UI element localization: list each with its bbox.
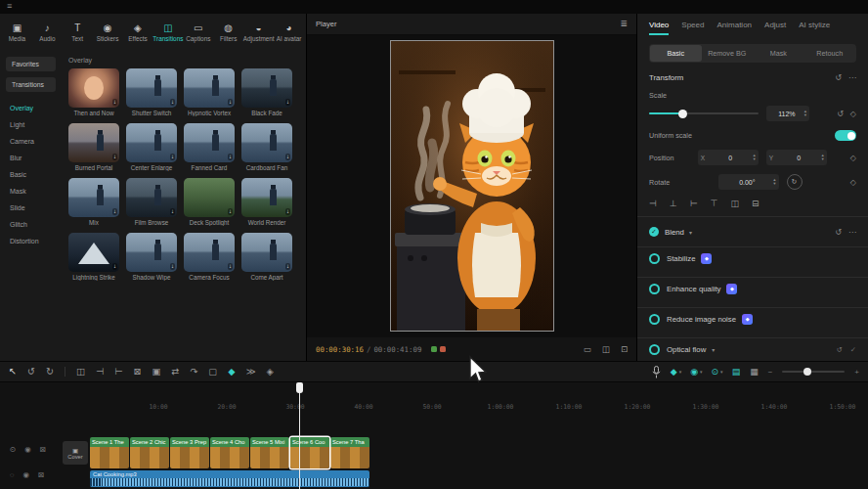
- tab-ai-stylize[interactable]: AI stylize: [799, 21, 830, 33]
- transition-item-mix[interactable]: ↓Mix: [68, 178, 119, 226]
- audio-hide-toggle-icon[interactable]: ◉: [22, 470, 29, 479]
- category-distortion[interactable]: Distortion: [0, 233, 61, 249]
- clip-scene-2-chic[interactable]: Scene 2 Chic: [130, 437, 169, 468]
- clip-scene-1-the[interactable]: Scene 1 The: [90, 437, 129, 468]
- tab-animation[interactable]: Animation: [716, 21, 752, 33]
- transitions-group-button[interactable]: Transitions: [6, 77, 56, 92]
- subtab-basic[interactable]: Basic: [650, 45, 702, 62]
- scale-keyframe-icon[interactable]: ◇: [850, 110, 856, 118]
- zoom-knob[interactable]: [803, 368, 811, 376]
- transform-more-icon[interactable]: ⋯: [848, 73, 856, 82]
- align-center-v-icon[interactable]: ◫: [730, 199, 739, 208]
- rotate-stepper[interactable]: 0.00° ▴ ▾: [718, 174, 779, 190]
- category-slide[interactable]: Slide: [0, 200, 61, 216]
- transition-item-fanned-card[interactable]: ↓Fanned Card: [184, 123, 235, 171]
- align-bottom-icon[interactable]: ⊟: [752, 199, 760, 208]
- favorites-button[interactable]: Favorites: [6, 57, 56, 71]
- category-overlay[interactable]: Overlay: [0, 100, 61, 116]
- transition-item-cardboard-fan[interactable]: ↓Cardboard Fan: [241, 123, 292, 171]
- auto-snap-toggle[interactable]: ◉▾: [690, 367, 702, 377]
- reset-transform-icon[interactable]: ↺: [835, 73, 842, 82]
- rotate-icon[interactable]: ↷: [190, 367, 197, 377]
- blend-more-icon[interactable]: ⋯: [848, 228, 856, 237]
- category-light[interactable]: Light: [0, 116, 61, 133]
- playhead-handle[interactable]: [296, 382, 303, 393]
- subtab-retouch[interactable]: Retouch: [804, 45, 856, 62]
- zoom-out-icon[interactable]: −: [768, 368, 773, 377]
- transition-item-lightning-strike[interactable]: ↓Lightning Strike: [68, 233, 119, 281]
- toolbar-tab-captions[interactable]: ▭Captions: [183, 16, 213, 49]
- feature-enhance-quality[interactable]: Enhance quality◆: [649, 279, 856, 299]
- crop-icon[interactable]: ▢: [208, 367, 217, 377]
- uniform-scale-toggle[interactable]: [835, 130, 856, 141]
- position-x-stepper[interactable]: X 0 ▴ ▾: [698, 150, 759, 165]
- transition-item-shadow-wipe[interactable]: ↓Shadow Wipe: [126, 233, 177, 281]
- clip-scene-4-cho[interactable]: Scene 4 Cho: [210, 437, 249, 468]
- delete-icon[interactable]: ⊠: [133, 367, 141, 377]
- position-y-stepper[interactable]: Y 0 ▴ ▾: [766, 150, 827, 165]
- fullscreen-icon[interactable]: ⊡: [621, 344, 628, 354]
- transition-item-camera-focus[interactable]: ↓Camera Focus: [184, 233, 235, 281]
- scale-stepper[interactable]: ▴ ▾: [804, 110, 806, 117]
- split-screen-icon[interactable]: ◫: [602, 344, 610, 354]
- category-glitch[interactable]: Glitch: [0, 216, 61, 233]
- scale-step-down-icon[interactable]: ▾: [804, 113, 806, 117]
- main-track-magnet-toggle[interactable]: ◆▾: [671, 367, 681, 377]
- undo-icon[interactable]: ↺: [27, 367, 35, 377]
- subtab-mask[interactable]: Mask: [753, 45, 804, 62]
- toolbar-tab-ai-avatar[interactable]: ◕AI avatar: [274, 16, 304, 49]
- transition-item-then-and-now[interactable]: ↓Then and Now: [68, 68, 119, 116]
- select-tool-icon[interactable]: ↖: [9, 367, 17, 377]
- audio-lock-toggle-icon[interactable]: ⊠: [38, 470, 44, 479]
- transition-item-come-apart[interactable]: ↓Come Apart: [241, 233, 292, 281]
- transition-item-burned-portal[interactable]: ↓Burned Portal: [68, 123, 119, 171]
- scale-slider[interactable]: [649, 112, 759, 114]
- mirror-icon[interactable]: ⇄: [171, 367, 179, 377]
- align-right-icon[interactable]: ⊢: [690, 199, 698, 208]
- reset-blend-icon[interactable]: ↺: [835, 228, 842, 237]
- align-left-icon[interactable]: ⊣: [649, 199, 657, 208]
- clip-scene-7-tha[interactable]: Scene 7 Tha: [330, 437, 369, 468]
- link-clips-toggle[interactable]: ⊙▾: [712, 367, 723, 377]
- scale-value-box[interactable]: 112% ▴ ▾: [766, 106, 809, 121]
- toolbar-tab-adjustment[interactable]: ◒Adjustment: [243, 16, 274, 49]
- tab-video[interactable]: Video: [649, 21, 669, 35]
- timeline-zoom-slider[interactable]: [782, 371, 845, 373]
- toolbar-tab-text[interactable]: TText: [63, 16, 93, 49]
- playhead[interactable]: [299, 382, 300, 489]
- zoom-in-icon[interactable]: +: [854, 368, 859, 377]
- toolbar-tab-transitions[interactable]: ◫Transitions: [152, 16, 183, 49]
- split-icon[interactable]: ◫: [76, 367, 85, 377]
- toolbar-tab-stickers[interactable]: ◉Stickers: [93, 16, 123, 49]
- freeze-frame-icon[interactable]: ▣: [152, 367, 160, 377]
- category-mask[interactable]: Mask: [0, 183, 61, 200]
- toolbar-tab-media[interactable]: ▣Media: [2, 16, 32, 49]
- tab-speed[interactable]: Speed: [681, 21, 704, 33]
- microphone-icon[interactable]: [652, 366, 661, 378]
- transition-item-deck-spotlight[interactable]: ↓Deck Spotlight: [184, 178, 235, 226]
- video-hide-toggle-icon[interactable]: ◉: [24, 445, 31, 454]
- apply-icon[interactable]: ✓: [850, 345, 856, 354]
- position-keyframe-icon[interactable]: ◇: [850, 154, 856, 162]
- ratio-icon[interactable]: ▭: [584, 344, 591, 354]
- pos-y-down-icon[interactable]: ▾: [821, 157, 823, 161]
- blend-checkbox[interactable]: ✓: [649, 227, 659, 237]
- rotate-down-icon[interactable]: ▾: [773, 182, 775, 186]
- reset-all-icon[interactable]: ↺: [836, 345, 842, 354]
- blend-chevron-icon[interactable]: ▾: [689, 229, 692, 236]
- audio-mute-toggle-icon[interactable]: ◌: [10, 470, 14, 479]
- player-stage[interactable]: [307, 35, 636, 337]
- blend-row[interactable]: ✓ Blend ▾ ↺ ⋯: [649, 225, 856, 239]
- player-menu-icon[interactable]: ≣: [620, 19, 628, 28]
- clip-scene-3-prep[interactable]: Scene 3 Prep: [170, 437, 209, 468]
- transition-item-hypnotic-vortex[interactable]: ↓Hypnotic Vortex: [184, 68, 235, 116]
- track-display-icon[interactable]: ▦: [750, 367, 759, 377]
- category-basic[interactable]: Basic: [0, 166, 61, 183]
- clip-scene-6-coo[interactable]: Scene 6 Coo: [290, 437, 329, 468]
- transition-item-film-browse[interactable]: ↓Film Browse: [126, 178, 177, 226]
- speed-icon[interactable]: ≫: [246, 367, 256, 377]
- app-menu-icon[interactable]: ≡: [7, 1, 12, 11]
- pos-x-down-icon[interactable]: ▾: [753, 157, 755, 161]
- trim-right-icon[interactable]: ⊢: [114, 367, 122, 377]
- align-top-icon[interactable]: ⊤: [711, 199, 718, 208]
